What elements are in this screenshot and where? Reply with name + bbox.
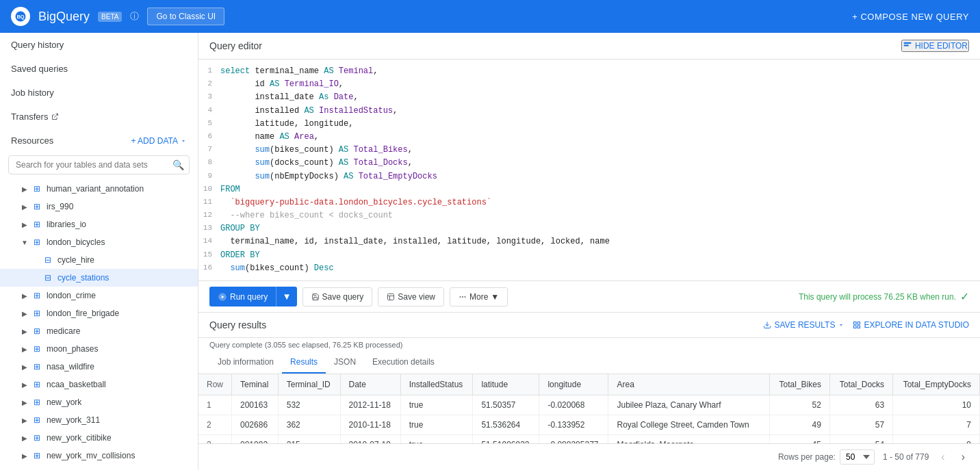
dataset-icon: ⊞ (31, 326, 42, 337)
tree-item-human-variant[interactable]: ▶ ⊞ human_variant_annotation (0, 180, 198, 198)
rows-per-page-select[interactable]: 50 100 200 (840, 449, 875, 465)
sidebar: Query history Saved queries Job history … (0, 33, 198, 470)
cell-empty: 9 (893, 435, 980, 444)
tree-item-new-york-citibike[interactable]: ▶ ⊞ new_york_citibike (0, 429, 198, 447)
cell-bikes: 45 (769, 435, 829, 444)
main-layout: Query history Saved queries Job history … (0, 33, 980, 470)
table-row: 3 001092 215 2010-07-19 true 51.51906932… (198, 435, 980, 444)
data-table: Row Teminal Terminal_ID Date InstalledSt… (198, 374, 980, 443)
dataset-icon: ⊞ (31, 397, 42, 408)
tree-item-london-bicycles[interactable]: ▼ ⊞ london_bicycles (0, 233, 198, 251)
chevron-right-icon: ▶ (19, 397, 30, 408)
cell-terminal-id: 215 (278, 435, 340, 444)
toolbar-left: Run query ▼ Save query Save view M (209, 287, 508, 306)
editor-panel: Query editor HIDE EDITOR 1select termina… (198, 33, 980, 313)
cell-status: true (400, 395, 473, 415)
dataset-icon: ⊞ (31, 450, 42, 461)
tab-results[interactable]: Results (282, 352, 326, 374)
dataset-icon: ⊞ (31, 432, 42, 443)
cell-row: 2 (198, 415, 232, 435)
app-logo: BQ (11, 7, 30, 26)
tree-item-irs990[interactable]: ▶ ⊞ irs_990 (0, 198, 198, 216)
chevron-right-icon: ▶ (19, 326, 30, 337)
add-data-button[interactable]: + ADD DATA (131, 136, 187, 146)
resources-header: Resources + ADD DATA (0, 129, 198, 153)
tree-item-medicare[interactable]: ▶ ⊞ medicare (0, 322, 198, 340)
code-editor[interactable]: 1select terminal_name AS Teminal, 2 id A… (198, 60, 980, 280)
cell-area: Jubilee Plaza, Canary Wharf (608, 395, 769, 415)
dataset-icon: ⊞ (31, 308, 42, 319)
tree-item-new-york-mv[interactable]: ▶ ⊞ new_york_mv_collisions (0, 447, 198, 465)
tree-item-cycle-stations[interactable]: ▶ ⊟ cycle_stations (0, 269, 198, 287)
sidebar-item-job-history[interactable]: Job history (0, 81, 198, 105)
tree-item-london-crime[interactable]: ▶ ⊞ london_crime (0, 287, 198, 304)
cell-terminal-id: 532 (278, 395, 340, 415)
sidebar-item-transfers[interactable]: Transfers (0, 105, 198, 129)
chevron-right-icon: ▶ (19, 201, 30, 212)
dataset-icon: ⊞ (31, 415, 42, 426)
table-row: 1 200163 532 2012-11-18 true 51.50357 -0… (198, 395, 980, 415)
search-input[interactable] (8, 155, 190, 174)
compose-query-button[interactable]: + COMPOSE NEW QUERY (852, 12, 969, 22)
more-button[interactable]: More ▼ (450, 287, 508, 306)
tree-item-new-york-311[interactable]: ▶ ⊞ new_york_311 (0, 411, 198, 429)
tab-json[interactable]: JSON (326, 352, 364, 374)
prev-page-button[interactable]: ‹ (937, 449, 949, 465)
chevron-right-icon: ▶ (19, 308, 30, 319)
main-content: Query editor HIDE EDITOR 1select termina… (198, 33, 980, 470)
col-header-terminal: Teminal (232, 374, 279, 395)
cell-empty: 7 (893, 415, 980, 435)
tree-item-nasa-wildfire[interactable]: ▶ ⊞ nasa_wildfire (0, 358, 198, 376)
run-query-dropdown-button[interactable]: ▼ (276, 287, 296, 306)
tree-item-moon-phases[interactable]: ▶ ⊞ moon_phases (0, 340, 198, 358)
cell-docks: 63 (829, 395, 892, 415)
explore-data-studio-button[interactable]: EXPLORE IN DATA STUDIO (853, 320, 969, 330)
save-results-button[interactable]: SAVE RESULTS (763, 320, 844, 330)
tab-job-information[interactable]: Job information (209, 352, 282, 374)
cell-status: true (400, 415, 473, 435)
topbar-left: BQ BigQuery BETA ⓘ Go to Classic UI (11, 7, 224, 26)
tab-execution-details[interactable]: Execution details (364, 352, 443, 374)
app-title: BigQuery (38, 10, 90, 24)
editor-header: Query editor HIDE EDITOR (198, 33, 980, 60)
tree-item-ncaa[interactable]: ▶ ⊞ ncaa_basketball (0, 376, 198, 393)
sidebar-item-saved-queries[interactable]: Saved queries (0, 57, 198, 81)
chevron-right-icon: ▶ (19, 415, 30, 426)
tree-item-new-york[interactable]: ▶ ⊞ new_york (0, 393, 198, 411)
dataset-icon: ⊞ (31, 219, 42, 230)
tree-item-new-york-taxi[interactable]: ▶ ⊞ new_york_taxi_trips (0, 465, 198, 470)
dataset-icon: ⊞ (31, 183, 42, 194)
cell-lon: -0.088285377 (539, 435, 608, 444)
tree-item-cycle-hire[interactable]: ▶ ⊟ cycle_hire (0, 251, 198, 269)
col-header-date: Date (340, 374, 400, 395)
cell-empty: 10 (893, 395, 980, 415)
dataset-icon: ⊞ (31, 379, 42, 390)
cell-terminal: 002686 (232, 415, 279, 435)
classic-ui-button[interactable]: Go to Classic UI (147, 8, 224, 25)
hide-editor-button[interactable]: HIDE EDITOR (901, 40, 969, 52)
col-header-status: InstalledStatus (400, 374, 473, 395)
svg-rect-13 (854, 322, 857, 325)
tree-item-libraries-io[interactable]: ▶ ⊞ libraries_io (0, 216, 198, 233)
save-query-button[interactable]: Save query (302, 287, 373, 306)
cell-terminal: 200163 (232, 395, 279, 415)
chevron-right-icon: ▶ (19, 379, 30, 390)
sidebar-item-query-history[interactable]: Query history (0, 33, 198, 57)
tree-item-london-fire[interactable]: ▶ ⊞ london_fire_brigade (0, 304, 198, 322)
save-view-button[interactable]: Save view (378, 287, 444, 306)
next-page-button[interactable]: › (957, 449, 969, 465)
check-icon: ✓ (960, 290, 969, 303)
svg-point-10 (462, 296, 463, 298)
run-query-button[interactable]: Run query (209, 287, 276, 306)
info-icon[interactable]: ⓘ (130, 10, 139, 23)
svg-rect-6 (388, 293, 394, 300)
chevron-right-icon: ▶ (19, 219, 30, 230)
cell-area: Moorfields, Moorgate (608, 435, 769, 444)
cell-row: 1 (198, 395, 232, 415)
results-footer: Rows per page: 50 100 200 1 - 50 of 779 … (198, 443, 980, 470)
results-table[interactable]: Row Teminal Terminal_ID Date InstalledSt… (198, 374, 980, 443)
col-header-docks: Total_Docks (829, 374, 892, 395)
dataset-icon: ⊞ (31, 361, 42, 372)
cell-lon: -0.133952 (539, 415, 608, 435)
svg-point-9 (459, 296, 461, 298)
